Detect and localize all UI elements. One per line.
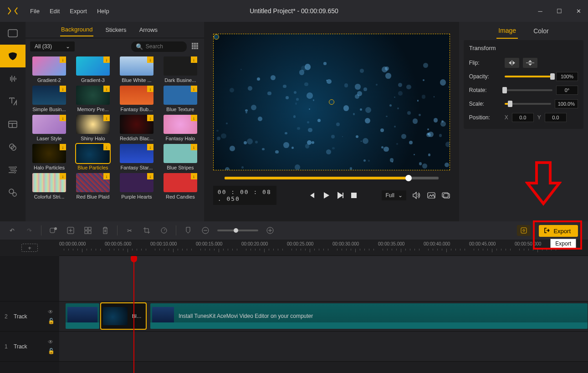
props-tab-image[interactable]: Image <box>496 23 518 39</box>
thumbnail-item[interactable]: ↓Gradient-2 <box>29 56 69 83</box>
fullscreen-icon[interactable] <box>442 192 450 199</box>
stop-button[interactable] <box>351 192 357 199</box>
volume-icon[interactable] <box>413 192 421 199</box>
opacity-value[interactable]: 100% <box>556 72 578 81</box>
visibility-icon[interactable]: 👁 <box>48 309 55 315</box>
thumbnail-item[interactable]: ↓Dark Busine... <box>160 56 200 83</box>
rail-templates-icon[interactable] <box>0 113 26 136</box>
thumbnail-item[interactable]: ↓Red Blue Plaid <box>73 173 113 199</box>
marker-button[interactable] <box>183 225 194 236</box>
delete-button[interactable] <box>100 225 111 236</box>
thumbnail-item[interactable]: ↓Colorful Stri... <box>29 173 69 199</box>
rotate-slider[interactable] <box>505 89 552 91</box>
time-ruler[interactable]: 00:00:00.00000:00:05.00000:00:10.00000:0… <box>59 240 588 256</box>
track-lane-1[interactable] <box>59 332 588 362</box>
empty-lane[interactable] <box>59 256 588 301</box>
tab-arrows[interactable]: Arrows <box>138 24 159 36</box>
track-head-2[interactable]: 2 Track 👁🔓 <box>0 301 59 332</box>
scrubber-knob[interactable] <box>405 175 412 181</box>
zoom-in-button[interactable] <box>265 225 276 236</box>
ruler-mark: 00:00:40.000 <box>424 241 450 246</box>
add-media-button[interactable] <box>65 225 76 236</box>
snapshot-icon[interactable] <box>427 192 435 199</box>
prev-frame-button[interactable] <box>308 192 315 199</box>
scale-slider[interactable] <box>505 103 551 105</box>
flip-vertical-button[interactable] <box>523 58 537 68</box>
speed-button[interactable] <box>159 225 169 236</box>
redo-button[interactable]: ↷ <box>24 225 35 236</box>
preview-scrubber[interactable] <box>225 177 439 179</box>
tab-stickers[interactable]: Stickers <box>104 24 127 36</box>
props-tab-color[interactable]: Color <box>532 24 550 38</box>
position-y-value[interactable]: 0.0 <box>545 113 567 122</box>
export-button[interactable]: Export <box>539 225 578 237</box>
close-button[interactable]: ✕ <box>569 4 588 18</box>
thumbnail-item[interactable]: ↓Shiny Halo <box>73 115 113 141</box>
thumbnail-item[interactable]: ↓Blue Particles <box>73 144 113 170</box>
menu-edit[interactable]: Edit <box>45 5 64 17</box>
maximize-button[interactable]: ☐ <box>550 4 569 18</box>
thumbnail-item[interactable]: ↓Laser Style <box>29 115 69 141</box>
thumbnail-item[interactable]: ↓Memory Pre... <box>73 86 113 112</box>
lock-icon[interactable]: 🔓 <box>48 318 55 324</box>
track-lanes[interactable]: Blu... Install TunesKit AceMovi Video Ed… <box>59 256 588 373</box>
ruler-mark: 00:00:05.000 <box>105 241 131 246</box>
thumbnail-item[interactable]: ↓Blue Stripes <box>160 144 200 170</box>
clip-video-1[interactable] <box>66 303 99 329</box>
zoom-out-button[interactable] <box>200 225 211 236</box>
thumbnail-item[interactable]: ↓Purple Hearts <box>117 173 157 199</box>
thumbnail-item[interactable]: ↓Blue White ... <box>117 56 157 83</box>
preview-mode-select[interactable]: Full⌄ <box>382 190 406 200</box>
undo-button[interactable]: ↶ <box>6 225 17 236</box>
rail-effects-icon[interactable] <box>0 181 26 204</box>
thumbnail-item[interactable]: ↓Fantasy Star... <box>117 144 157 170</box>
rail-media-icon[interactable] <box>0 22 26 45</box>
lock-icon[interactable]: 🔓 <box>48 348 55 354</box>
search-box[interactable]: 🔍 <box>131 41 187 52</box>
rotate-value[interactable]: 0° <box>556 86 578 95</box>
zoom-slider[interactable] <box>217 230 258 231</box>
rail-transitions-icon[interactable] <box>0 158 26 181</box>
crop-button[interactable] <box>141 225 152 236</box>
thumbnail-item[interactable]: ↓Red Candies <box>160 173 200 199</box>
menu-export[interactable]: Export <box>65 5 92 17</box>
timeline-settings-button[interactable] <box>517 225 531 236</box>
search-input[interactable] <box>146 43 182 50</box>
rail-filters-icon[interactable] <box>0 136 26 158</box>
track-lane-2[interactable]: Blu... Install TunesKit AceMovi Video Ed… <box>59 301 588 332</box>
minimize-button[interactable]: ─ <box>531 4 550 18</box>
thumbnail-item[interactable]: ↓Fantasy Bub... <box>117 86 157 112</box>
thumbnail-item[interactable]: ↓Reddish Blac... <box>117 115 157 141</box>
position-x-value[interactable]: 0.0 <box>512 113 534 122</box>
rail-audio-icon[interactable] <box>0 67 26 90</box>
add-track-button[interactable]: + <box>21 244 38 252</box>
mosaic-button[interactable] <box>82 225 93 236</box>
zoom-knob[interactable] <box>234 228 238 233</box>
track-head-1[interactable]: 1 Track 👁🔓 <box>0 332 59 362</box>
clip-video-2[interactable]: Install TunesKit AceMovi Video Editor on… <box>150 303 588 329</box>
preview-canvas[interactable] <box>213 34 450 170</box>
grid-view-icon[interactable] <box>191 42 199 51</box>
rail-background-icon[interactable] <box>0 45 26 67</box>
thumbnail-item[interactable]: ↓Blue Texture <box>160 86 200 112</box>
svg-rect-28 <box>85 231 87 234</box>
thumbnail-item[interactable]: ↓Gradient-3 <box>73 56 113 83</box>
filter-dropdown[interactable]: All (33) ⌄ <box>30 41 75 51</box>
thumbnail-item[interactable]: ↓Halo Particles <box>29 144 69 170</box>
opacity-slider[interactable] <box>505 76 552 77</box>
play-button[interactable] <box>322 191 331 200</box>
menu-help[interactable]: Help <box>92 5 114 17</box>
scale-value[interactable]: 100.0% <box>555 99 578 108</box>
record-button[interactable] <box>48 225 59 236</box>
clip-blue-particles[interactable]: Blu... <box>101 303 146 329</box>
playhead[interactable] <box>133 256 134 373</box>
menu-file[interactable]: File <box>26 5 44 17</box>
rail-text-icon[interactable] <box>0 90 26 113</box>
tab-background[interactable]: Background <box>60 23 93 36</box>
visibility-icon[interactable]: 👁 <box>48 339 55 345</box>
thumbnail-item[interactable]: ↓Fantasy Halo <box>160 115 200 141</box>
thumbnail-item[interactable]: ↓Simple Busin... <box>29 86 69 112</box>
next-frame-button[interactable] <box>337 192 344 199</box>
flip-horizontal-button[interactable] <box>505 58 519 68</box>
split-button[interactable]: ✂ <box>124 225 135 236</box>
